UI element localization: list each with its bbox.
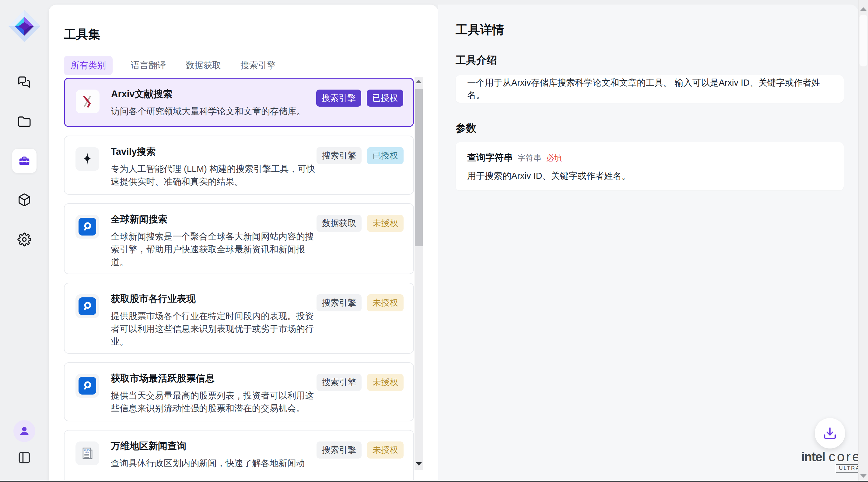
app-window: 工具集 所有类别 语言翻译 数据获取 搜索引擎 Arxiv文献搜索 访问各个研究… xyxy=(0,0,868,482)
page-scrollbar[interactable] xyxy=(858,0,868,482)
tool-description: 全球新闻搜索是一个聚合全球各大新闻网站内容的搜索引擎，帮助用户快速获取全球最新资… xyxy=(111,230,322,268)
scroll-down-arrow-icon[interactable] xyxy=(416,462,422,465)
scrollbar-thumb[interactable] xyxy=(860,15,867,66)
news-search-icon xyxy=(75,294,99,318)
auth-status-badge: 未授权 xyxy=(367,215,404,232)
sidebar-item-models[interactable] xyxy=(12,188,36,212)
auth-status-badge: 未授权 xyxy=(367,294,404,311)
param-description: 用于搜索的Arxiv ID、关键字或作者姓名。 xyxy=(467,170,832,182)
intro-card: 一个用于从Arxiv存储库搜索科学论文和文章的工具。 输入可以是Arxiv ID… xyxy=(456,75,844,103)
svg-text:NEW: NEW xyxy=(85,451,89,453)
param-card: 查询字符串 字符串 必填 用于搜索的Arxiv ID、关键字或作者姓名。 xyxy=(456,142,844,191)
chat-icon xyxy=(17,75,31,89)
auth-status-badge: 未授权 xyxy=(367,374,404,391)
gear-icon xyxy=(17,232,31,247)
tool-tags: 搜索引擎 未授权 xyxy=(316,294,404,311)
auth-status-badge: 未授权 xyxy=(367,442,404,458)
scroll-up-arrow-icon[interactable] xyxy=(860,7,867,11)
toolset-panel: 工具集 所有类别 语言翻译 数据获取 搜索引擎 Arxiv文献搜索 访问各个研究… xyxy=(49,5,438,482)
download-icon xyxy=(823,426,837,440)
scrollbar-thumb[interactable] xyxy=(415,89,423,246)
tool-description: 提供当天交易量最高的股票列表，投资者可以利用这些信息来识别流动性强的股票和潜在的… xyxy=(111,389,322,415)
scroll-up-arrow-icon[interactable] xyxy=(416,80,422,83)
tool-card-arxiv[interactable]: Arxiv文献搜索 访问各个研究领域大量科学论文和文章的存储库。 搜索引擎 已授… xyxy=(64,78,414,127)
category-tag: 搜索引擎 xyxy=(316,374,362,391)
news-search-icon xyxy=(75,374,99,398)
folder-icon xyxy=(17,115,31,129)
svg-text:LOCAL: LOCAL xyxy=(84,449,90,451)
user-avatar[interactable] xyxy=(13,420,35,442)
detail-title: 工具详情 xyxy=(456,21,504,38)
params-heading: 参数 xyxy=(456,121,476,135)
sidebar-item-settings[interactable] xyxy=(12,227,36,252)
category-tag: 搜索引擎 xyxy=(316,147,362,164)
window-bottom-edge xyxy=(0,481,868,482)
tool-card-local-news[interactable]: LOCAL NEW 万维地区新闻查询 查询具体行政区划内的新闻，快速了解各地新闻… xyxy=(64,430,414,480)
intel-core-ultra-logo: intel core ULTRA xyxy=(801,449,863,465)
tab-data-fetch[interactable]: 数据获取 xyxy=(184,56,222,75)
app-logo-icon xyxy=(7,8,42,44)
panel-left-icon xyxy=(18,451,31,464)
param-required-badge: 必填 xyxy=(546,153,562,163)
category-tag: 搜索引擎 xyxy=(316,294,362,311)
tool-tags: 搜索引擎 已授权 xyxy=(316,90,403,107)
category-tag: 搜索引擎 xyxy=(316,90,361,107)
download-button[interactable] xyxy=(815,418,845,449)
tool-card-tavily[interactable]: Tavily搜索 专为人工智能代理 (LLM) 构建的搜索引擎工具，可快速提供实… xyxy=(64,136,414,195)
sidebar-item-chat[interactable] xyxy=(12,70,36,94)
intro-text: 一个用于从Arxiv存储库搜索科学论文和文章的工具。 输入可以是Arxiv ID… xyxy=(467,77,832,101)
category-tag: 数据获取 xyxy=(316,215,362,232)
param-name: 查询字符串 xyxy=(467,151,513,164)
tool-list: Arxiv文献搜索 访问各个研究领域大量科学论文和文章的存储库。 搜索引擎 已授… xyxy=(64,78,414,480)
tool-card-active-stocks[interactable]: 获取市场最活跃股票信息 提供当天交易量最高的股票列表，投资者可以利用这些信息来识… xyxy=(64,362,414,421)
person-icon xyxy=(18,425,30,437)
category-tag: 搜索引擎 xyxy=(316,442,362,458)
sidebar-toggle[interactable] xyxy=(12,446,36,470)
tool-description: 专为人工智能代理 (LLM) 构建的搜索引擎工具，可快速提供实时、准确和真实的结… xyxy=(111,162,322,188)
tool-list-scrollbar[interactable] xyxy=(414,77,423,470)
tool-tags: 搜索引擎 未授权 xyxy=(316,442,404,458)
scroll-down-arrow-icon[interactable] xyxy=(860,474,867,478)
tool-description: 访问各个研究领域大量科学论文和文章的存储库。 xyxy=(111,105,322,118)
category-tabs: 所有类别 语言翻译 数据获取 搜索引擎 xyxy=(64,56,277,75)
tavily-star-icon xyxy=(75,147,99,171)
tool-tags: 数据获取 未授权 xyxy=(316,215,404,232)
news-search-icon xyxy=(75,215,99,238)
intel-wordmark: intel xyxy=(801,449,825,464)
toolbox-icon xyxy=(17,154,31,168)
tool-tags: 搜索引擎 未授权 xyxy=(316,374,404,391)
tab-search-engine[interactable]: 搜索引擎 xyxy=(239,56,277,75)
tool-description: 提供股票市场各个行业在特定时间段内的表现。投资者可以利用这些信息来识别表现优于或… xyxy=(111,310,322,348)
sidebar-item-tools[interactable] xyxy=(12,149,36,173)
tool-detail-panel: 工具详情 工具介绍 一个用于从Arxiv存储库搜索科学论文和文章的工具。 输入可… xyxy=(438,5,858,482)
arxiv-icon xyxy=(76,90,99,113)
core-wordmark: core xyxy=(829,449,861,465)
tool-tags: 搜索引擎 已授权 xyxy=(316,147,404,164)
sidebar-item-files[interactable] xyxy=(12,110,36,134)
auth-status-badge: 已授权 xyxy=(367,90,403,107)
sidebar xyxy=(0,0,49,482)
cube-icon xyxy=(17,193,31,207)
local-news-icon: LOCAL NEW xyxy=(75,442,99,465)
intro-heading: 工具介绍 xyxy=(456,53,497,67)
param-type: 字符串 xyxy=(518,153,541,163)
tab-all-categories[interactable]: 所有类别 xyxy=(64,56,113,75)
auth-status-badge: 已授权 xyxy=(367,147,404,164)
page-title: 工具集 xyxy=(64,26,100,42)
tool-card-stock-sectors[interactable]: 获取股市各行业表现 提供股票市场各个行业在特定时间段内的表现。投资者可以利用这些… xyxy=(64,283,414,354)
tool-card-global-news[interactable]: 全球新闻搜索 全球新闻搜索是一个聚合全球各大新闻网站内容的搜索引擎，帮助用户快速… xyxy=(64,203,414,274)
tool-description: 查询具体行政区划内的新闻，快速了解各地新闻动 xyxy=(111,457,322,470)
tab-translation[interactable]: 语言翻译 xyxy=(130,56,167,75)
